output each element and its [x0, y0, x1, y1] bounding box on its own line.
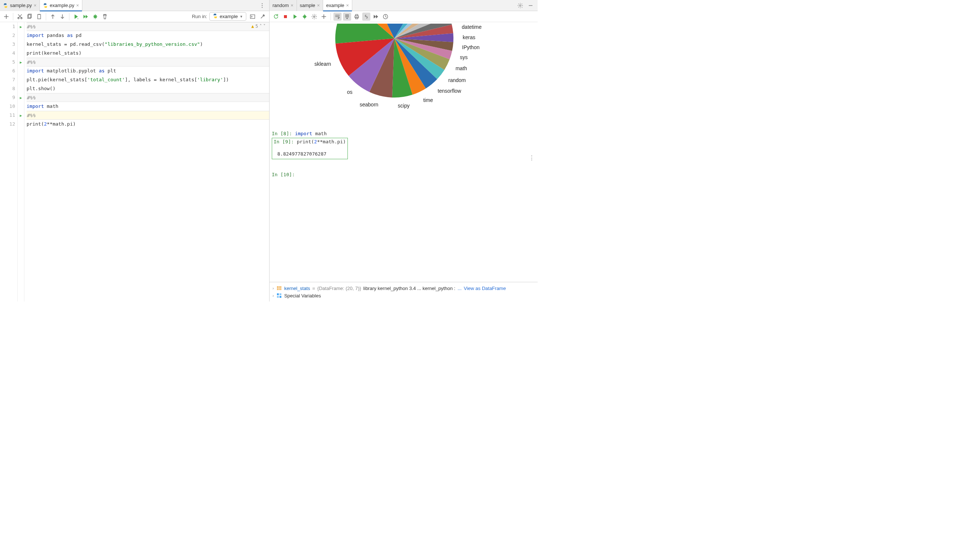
stop-icon[interactable] — [282, 13, 290, 21]
close-tab-icon[interactable]: × — [346, 3, 349, 8]
pie-label-seaborn: seaborn — [360, 102, 379, 107]
pie-label-IPython: IPython — [462, 44, 479, 50]
debug-cell-icon[interactable] — [91, 13, 99, 21]
chevron-right-icon: › — [272, 293, 274, 298]
move-up-icon[interactable] — [49, 13, 57, 21]
code-line-11[interactable]: #%% — [27, 111, 269, 120]
svg-point-14 — [313, 16, 315, 18]
scroll-to-end-icon[interactable] — [343, 13, 351, 21]
code-line-9[interactable]: #%% — [27, 93, 269, 102]
console-toolbar — [270, 11, 538, 22]
pie-label-tensorflow: tensorflow — [438, 88, 461, 94]
minimize-icon[interactable] — [527, 2, 535, 10]
code-line-8[interactable]: plt.show() — [27, 84, 269, 93]
settings-icon[interactable] — [310, 13, 318, 21]
editor-tabs: sample.py×example.py× — [0, 0, 269, 11]
code-line-4[interactable]: print(kernel_stats) — [27, 49, 269, 57]
console-output-9: 8.824977827076287 — [274, 150, 346, 158]
console-tab-random[interactable]: random× — [270, 0, 297, 11]
warning-icon: ▲ — [251, 24, 254, 29]
code-line-2[interactable]: import pandas as pd — [27, 31, 269, 40]
console-tab-example[interactable]: example× — [323, 0, 352, 11]
close-tab-icon[interactable]: × — [33, 3, 37, 8]
tab-sample-py[interactable]: sample.py× — [0, 0, 40, 11]
prev-warning-icon[interactable]: ˄ — [259, 24, 262, 29]
svg-rect-22 — [277, 296, 279, 298]
warnings-badge[interactable]: ▲ 5 ˄ ˅ — [251, 24, 266, 29]
run-config-selector[interactable]: example ▼ — [209, 12, 246, 21]
warnings-count: 5 — [256, 24, 258, 29]
add-cell-icon[interactable] — [2, 13, 10, 21]
python-icon — [213, 13, 218, 19]
run-config-name: example — [220, 14, 238, 19]
svg-rect-20 — [277, 293, 279, 295]
link-icon[interactable] — [362, 13, 371, 21]
var-special[interactable]: › Special Variables — [272, 292, 535, 299]
caret-down-icon: ▼ — [240, 15, 243, 19]
pie-label-sys: sys — [460, 54, 468, 60]
console-cell-10: In [10]: — [272, 172, 535, 177]
python-file-icon — [3, 3, 8, 8]
paste-icon[interactable] — [35, 13, 43, 21]
new-console-icon[interactable] — [320, 13, 328, 21]
svg-rect-8 — [38, 14, 40, 15]
soft-wrap-icon[interactable] — [333, 13, 342, 21]
run-icon[interactable] — [291, 13, 299, 21]
pie-label-time: time — [423, 97, 433, 103]
close-tab-icon[interactable]: × — [317, 3, 320, 8]
run-cell-gutter-icon[interactable]: ▶ — [19, 113, 22, 118]
code-line-1[interactable]: #%% — [27, 22, 269, 31]
svg-rect-23 — [280, 296, 282, 298]
wrench-icon[interactable] — [259, 13, 267, 21]
pie-chart: requestsjsoncollectionswarningsredatetim… — [308, 24, 500, 120]
settings-gear-icon[interactable] — [516, 2, 524, 10]
var-kernel-stats[interactable]: › kernel_stats = {DataFrame: (20, 7)} li… — [272, 284, 535, 292]
pie-label-os: os — [347, 89, 353, 95]
code-line-6[interactable]: import matplotlib.pyplot as plt — [27, 67, 269, 75]
svg-point-2 — [262, 6, 263, 8]
code-line-10[interactable]: import math — [27, 102, 269, 111]
open-terminal-icon[interactable] — [248, 13, 257, 21]
close-tab-icon[interactable]: × — [291, 3, 294, 8]
ellipsis-link[interactable]: ... — [458, 286, 461, 291]
svg-rect-7 — [38, 14, 41, 19]
namespace-icon — [276, 293, 282, 298]
cell-menu-icon[interactable]: ⋮ — [529, 155, 535, 161]
delete-cell-icon[interactable] — [101, 13, 109, 21]
svg-point-13 — [303, 15, 306, 18]
debug-icon[interactable] — [301, 13, 309, 21]
cut-icon[interactable] — [16, 13, 24, 21]
more-tabs-icon[interactable] — [258, 2, 266, 10]
svg-rect-16 — [356, 14, 358, 16]
code-line-7[interactable]: plt.pie(kernel_stats['total_count'], lab… — [27, 75, 269, 84]
history-icon[interactable] — [382, 13, 390, 21]
run-cell-gutter-icon[interactable]: ▶ — [19, 60, 22, 64]
svg-rect-19 — [277, 286, 282, 290]
console-output[interactable]: requestsjsoncollectionswarningsredatetim… — [270, 22, 538, 282]
print-icon[interactable] — [353, 13, 361, 21]
console-cell-8: In [8]: import math — [272, 131, 535, 136]
svg-rect-12 — [284, 15, 287, 18]
run-cell-gutter-icon[interactable]: ▶ — [19, 96, 22, 100]
view-as-dataframe-link[interactable]: View as DataFrame — [464, 286, 506, 291]
run-all-icon[interactable] — [82, 13, 90, 21]
rerun-icon[interactable] — [272, 13, 280, 21]
run-cell-icon[interactable] — [72, 13, 80, 21]
console-tab-sample[interactable]: sample× — [297, 0, 323, 11]
code-line-12[interactable]: print(2**math.pi) — [27, 120, 269, 129]
svg-rect-21 — [280, 293, 282, 295]
dataframe-icon — [276, 285, 282, 291]
code-editor[interactable]: 123456789101112 ▶▶▶▶ ▲ 5 ˄ ˅ #%%import p… — [0, 22, 269, 302]
move-down-icon[interactable] — [58, 13, 67, 21]
variables-panel: › kernel_stats = {DataFrame: (20, 7)} li… — [270, 282, 538, 302]
code-line-3[interactable]: kernel_stats = pd.read_csv("libraries_by… — [27, 40, 269, 49]
next-warning-icon[interactable]: ˅ — [263, 24, 266, 29]
tab-example-py[interactable]: example.py× — [40, 0, 82, 11]
fast-forward-icon[interactable] — [372, 13, 380, 21]
copy-icon[interactable] — [25, 13, 33, 21]
run-cell-gutter-icon[interactable]: ▶ — [19, 25, 22, 29]
svg-point-11 — [520, 5, 521, 6]
close-tab-icon[interactable]: × — [76, 3, 79, 8]
code-line-5[interactable]: #%% — [27, 57, 269, 67]
pie-label-scipy: scipy — [398, 103, 409, 109]
